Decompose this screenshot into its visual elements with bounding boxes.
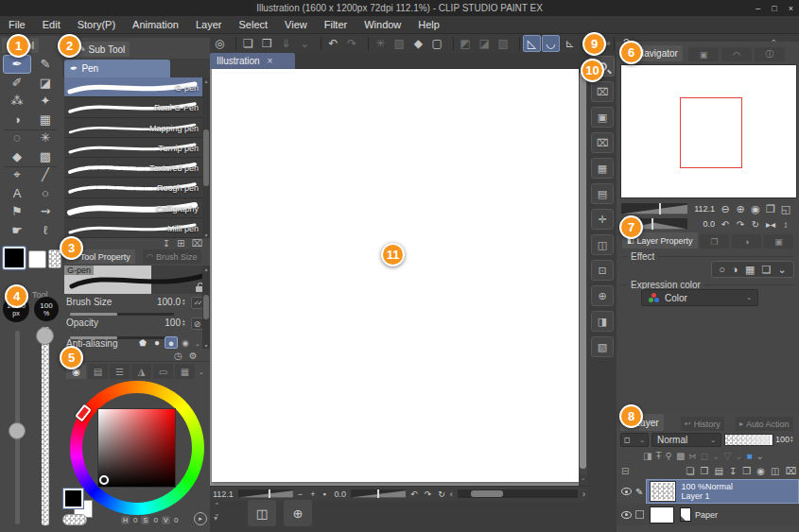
fill-button[interactable]: ◆ [409,35,427,52]
tab-tone[interactable]: ◑ [732,234,761,249]
flip-view-button[interactable]: ▸◂ [763,217,778,231]
flip-horizontal-button[interactable]: ❐ [763,202,778,215]
quick-access-palette-button[interactable]: ⊕ [284,500,312,526]
tab-approximate-color[interactable]: ◮ [131,364,151,379]
tab-history[interactable]: ↩ History [681,417,724,431]
zoom-out-button[interactable]: ⊖ [718,202,733,215]
delete-sub-tool-button[interactable]: ⌧ [191,238,202,249]
panel-options-icon[interactable]: ⊟ [621,466,629,476]
layer-opacity-stepper[interactable]: ▴▾ [790,435,793,442]
vscroll-thumb[interactable] [580,72,586,469]
combine-to-lower-button[interactable]: ❐ [742,466,751,476]
aa-middle-button[interactable]: ● [165,336,178,349]
tab-color-history[interactable]: ▦ [175,364,195,379]
menu-item[interactable]: Help [409,16,448,34]
title-bar[interactable]: Illustration (1600 x 1200px 72dpi 112.1%… [0,0,799,16]
brush-size-slider-handle[interactable] [9,422,26,439]
tab-sub-view[interactable]: ▣ [688,47,719,61]
lock-transparent-pixels-icon[interactable]: ▩ [676,451,685,461]
rotate-right-button[interactable]: ↷ [733,217,748,231]
blend-tool[interactable]: ◑ [3,111,31,129]
open-canvas-button[interactable]: ❒ [258,35,276,52]
invert-selection-button[interactable]: ▧ [495,35,512,52]
figure-tool[interactable]: ╱ [31,165,60,184]
snap-to-special-ruler-button[interactable]: ◡ [542,35,560,52]
canvas-rotate-right-button[interactable]: ↷ [425,489,432,499]
selection-source-icon[interactable]: ▽ [723,451,731,461]
fit-to-screen-button[interactable]: ◱ [778,202,793,215]
snap-to-grid-button[interactable]: ⊾ [561,35,579,52]
clip-studio-button[interactable]: ◎ [211,35,229,52]
toolbar-button[interactable] [515,37,520,50]
lock-layer-icon[interactable]: ⚲ [666,451,672,461]
deselect-button[interactable]: ◪ [476,35,494,52]
eraser-tool[interactable]: ◪ [31,74,60,93]
tab-information[interactable]: ⓘ [755,47,785,61]
tab-layer-extra[interactable]: ▣ [764,234,793,249]
wheel-main-color-swatch[interactable] [63,489,83,508]
sub-tool-item[interactable]: G-pen [64,77,202,97]
opacity-value[interactable]: 100 [152,317,181,328]
layer-thumbnail[interactable] [651,482,675,501]
halftone-effect-icon[interactable]: ▦ [745,264,755,276]
aa-dropdown-icon[interactable]: ⌄ [195,340,200,349]
aa-weak-button[interactable]: ● [150,336,164,349]
scale-rotate-button[interactable]: ▢ [428,35,446,52]
opacity-indicator[interactable]: 100 % [34,297,59,321]
selection-dropdown-icon[interactable]: ⌄ [735,451,742,461]
undo-button[interactable]: ↶ [324,35,342,52]
rotate-left-button[interactable]: ↶ [718,217,733,231]
material-palette-button-2[interactable]: ▣ [591,107,614,128]
tab-brush-size[interactable]: ◠ Brush Size [143,249,201,264]
zoom-in-button[interactable]: ⊕ [733,202,748,215]
expand-down-icon[interactable]: ⌄▾ [214,511,220,521]
effect-dropdown-icon[interactable]: ⌄ [778,264,787,276]
transparent-pill-button[interactable] [62,514,87,525]
canvas-zoom-slider[interactable] [238,489,293,498]
new-vector-layer-button[interactable]: ❒ [701,466,709,476]
clear-button[interactable]: ✳ [372,35,390,52]
layer-opacity-value[interactable]: 100 [775,435,790,444]
menu-item[interactable]: Window [356,16,409,34]
scrollbar-thumb[interactable] [203,129,209,186]
visibility-icon[interactable] [621,511,632,519]
clip-to-layer-below-icon[interactable]: ◨ [643,451,651,461]
main-color-swatch[interactable] [3,247,26,269]
material-palette-button-7[interactable]: ◫ [591,234,614,255]
menu-item[interactable]: Layer [187,16,231,34]
sub-tool-scrollbar[interactable]: ▴ ▾ [202,77,210,238]
canvas-fit-button[interactable]: ▪ [322,489,325,499]
menu-item[interactable]: Edit [34,16,69,34]
navigator-preview[interactable] [620,64,797,198]
fill-tool[interactable]: ◆ [3,147,31,166]
blend-mode-dropdown[interactable]: Normal⌄ [651,433,721,447]
maximize-button[interactable]: □ [772,4,776,13]
layer-opacity-slider[interactable] [724,434,773,446]
canvas-vscrollbar[interactable]: ⌄ [579,69,587,486]
new-raster-layer-button[interactable]: ❏ [686,466,695,476]
expression-color-dropdown[interactable]: Color ⌄ [641,289,758,306]
opacity-stepper[interactable]: ▴▾ [182,318,185,326]
airbrush-tool[interactable]: ⁂ [3,92,31,111]
new-canvas-button[interactable]: ❏ [239,35,257,52]
clear-outside-button[interactable]: ▨ [391,35,408,52]
text-tool[interactable]: A [3,184,31,203]
toolbar-button[interactable] [317,37,321,50]
tab-item-bank[interactable]: ◠ [721,47,752,61]
sv-square[interactable] [98,409,175,487]
aa-none-button[interactable]: ⬟ [136,336,149,349]
transfer-to-lower-button[interactable]: ↧ [729,466,737,476]
paper-thumbnail[interactable] [650,506,674,523]
selection-tool[interactable]: ◌ [3,129,31,147]
material-palette-button-1[interactable]: ⌧ [591,81,614,102]
tone-effect-icon[interactable]: ◑ [732,264,738,275]
liquify-tool[interactable]: ▦ [31,111,60,129]
menu-item[interactable]: Story(P) [69,16,124,34]
scroll-up-icon[interactable]: ▴ [204,77,207,84]
sv-selector[interactable] [99,475,109,485]
delete-layer-button[interactable]: ⌧ [785,466,796,476]
canvas-zoom-in-button[interactable]: + [310,489,315,499]
ruler-dropdown-icon[interactable]: ⌄ [712,451,720,461]
canvas-page[interactable] [212,69,579,482]
view-area-frame[interactable] [680,97,742,168]
